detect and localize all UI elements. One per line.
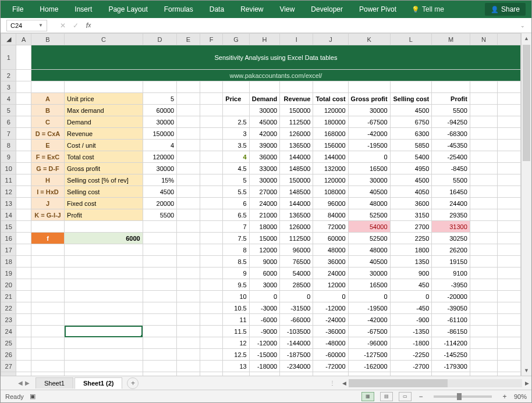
- cell[interactable]: [470, 105, 497, 116]
- col-header[interactable]: K: [348, 34, 390, 45]
- cell[interactable]: -61100: [432, 314, 470, 326]
- cell[interactable]: 5: [223, 174, 249, 186]
- cell[interactable]: [65, 349, 143, 361]
- sheet-nav[interactable]: ◀▶: [18, 380, 30, 386]
- cell[interactable]: 6000: [249, 268, 279, 279]
- cell[interactable]: -1800: [390, 337, 432, 349]
- cell[interactable]: [143, 279, 176, 291]
- cell[interactable]: 15%: [143, 174, 176, 186]
- cell[interactable]: 9.5: [223, 279, 249, 291]
- cell[interactable]: [16, 151, 31, 163]
- share-button[interactable]: Share: [485, 3, 526, 16]
- cell[interactable]: [177, 244, 200, 256]
- cell[interactable]: 150000: [280, 105, 313, 116]
- cell[interactable]: -2700: [390, 361, 432, 372]
- cell[interactable]: [16, 244, 31, 256]
- cell[interactable]: [177, 361, 200, 372]
- cell[interactable]: 16450: [432, 186, 470, 198]
- cell[interactable]: [31, 314, 64, 326]
- row-header[interactable]: 28: [1, 372, 16, 376]
- row-header[interactable]: 11: [1, 174, 16, 186]
- row-header[interactable]: 6: [1, 116, 16, 128]
- cell[interactable]: 4950: [390, 163, 432, 174]
- cell[interactable]: [223, 81, 249, 93]
- cell[interactable]: [498, 361, 521, 372]
- cell[interactable]: 2250: [390, 233, 432, 244]
- cell[interactable]: [200, 93, 223, 105]
- cell[interactable]: [143, 81, 176, 93]
- cell[interactable]: [470, 128, 497, 140]
- cell[interactable]: -66000: [280, 314, 313, 326]
- sheet-tab-active[interactable]: Sheet1 (2): [75, 377, 123, 389]
- cell[interactable]: D = CxA: [31, 128, 64, 140]
- cell[interactable]: [470, 256, 497, 268]
- col-header[interactable]: B: [31, 34, 64, 45]
- cell[interactable]: [143, 314, 176, 326]
- zoom-in-button[interactable]: +: [501, 393, 508, 401]
- cell[interactable]: 26200: [432, 244, 470, 256]
- cell[interactable]: [470, 233, 497, 244]
- select-all-corner[interactable]: ◢: [1, 34, 16, 45]
- cell[interactable]: 3.5: [223, 140, 249, 151]
- row-header[interactable]: 1: [1, 45, 16, 70]
- cell[interactable]: [143, 302, 176, 314]
- cell[interactable]: -68300: [432, 128, 470, 140]
- cell[interactable]: [498, 314, 521, 326]
- cell[interactable]: 48000: [348, 244, 390, 256]
- cell[interactable]: -900: [390, 314, 432, 326]
- cell[interactable]: [16, 163, 31, 174]
- cell[interactable]: 60000: [143, 105, 176, 116]
- cell[interactable]: [470, 326, 497, 337]
- cell[interactable]: [65, 302, 143, 314]
- col-header[interactable]: N: [470, 34, 497, 45]
- cell[interactable]: [470, 221, 497, 233]
- cell[interactable]: [470, 244, 497, 256]
- cell[interactable]: 12000: [249, 244, 279, 256]
- cell[interactable]: [31, 291, 64, 302]
- cell[interactable]: [470, 151, 497, 163]
- cell[interactable]: [249, 81, 279, 93]
- cell[interactable]: 148500: [280, 186, 313, 198]
- cell[interactable]: -36000: [313, 326, 348, 337]
- cell[interactable]: -25400: [432, 151, 470, 163]
- cell[interactable]: 10.5: [223, 302, 249, 314]
- col-header[interactable]: M: [432, 34, 470, 45]
- row-header[interactable]: 9: [1, 151, 16, 163]
- cell[interactable]: [432, 81, 470, 93]
- cell[interactable]: [498, 105, 521, 116]
- cell[interactable]: [498, 337, 521, 349]
- cell[interactable]: 4: [223, 151, 249, 163]
- cell[interactable]: [16, 256, 31, 268]
- cell[interactable]: -42000: [348, 128, 390, 140]
- cell[interactable]: [143, 244, 176, 256]
- cell[interactable]: 5400: [390, 151, 432, 163]
- row-header[interactable]: 21: [1, 291, 16, 302]
- cell[interactable]: [177, 268, 200, 279]
- cell[interactable]: [470, 174, 497, 186]
- cell[interactable]: 3000: [249, 279, 279, 291]
- cell[interactable]: [470, 349, 497, 361]
- cell[interactable]: [143, 372, 176, 376]
- cell[interactable]: [200, 349, 223, 361]
- cell[interactable]: -60000: [313, 349, 348, 361]
- cell[interactable]: 5850: [390, 140, 432, 151]
- cell[interactable]: [177, 256, 200, 268]
- cell[interactable]: [200, 81, 223, 93]
- cell[interactable]: [200, 326, 223, 337]
- cell[interactable]: [16, 198, 31, 209]
- cell[interactable]: Max demand: [65, 105, 143, 116]
- tab-split-handle[interactable]: ⋮: [326, 380, 339, 386]
- cell[interactable]: [31, 279, 64, 291]
- cell[interactable]: [143, 361, 176, 372]
- cell[interactable]: [31, 326, 64, 337]
- cell[interactable]: [498, 81, 521, 93]
- cancel-formula-button[interactable]: ✕: [56, 20, 69, 31]
- cell[interactable]: 54000: [348, 221, 390, 233]
- scroll-down-button[interactable]: ▼: [522, 365, 531, 376]
- cell[interactable]: [143, 337, 176, 349]
- cell[interactable]: -9000: [249, 326, 279, 337]
- cell[interactable]: 3150: [390, 209, 432, 221]
- cell[interactable]: 8: [223, 244, 249, 256]
- cell[interactable]: 84000: [313, 209, 348, 221]
- sheet-tab-inactive[interactable]: Sheet1: [36, 377, 73, 388]
